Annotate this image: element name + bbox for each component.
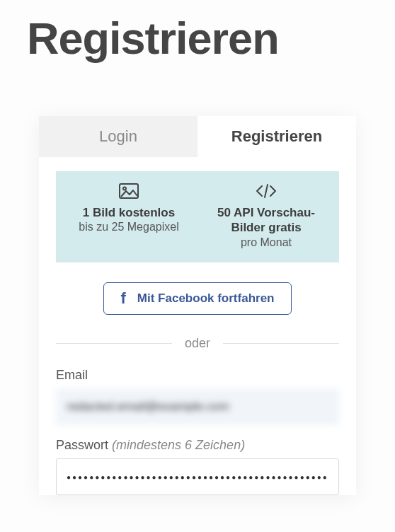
- email-field[interactable]: [56, 388, 339, 425]
- facebook-icon: f: [121, 291, 126, 306]
- divider-line-right: [223, 343, 339, 344]
- password-hint: (mindestens 6 Zeichen): [112, 438, 245, 452]
- password-field-block: Passwort (mindestens 6 Zeichen): [56, 438, 339, 495]
- code-icon: [255, 181, 277, 201]
- auth-card: Login Registrieren 1 Bild kostenlos bis …: [39, 116, 356, 495]
- promo-free-image-title: 1 Bild kostenlos: [79, 205, 179, 220]
- promo-api-sub: pro Monat: [236, 236, 296, 250]
- tab-login[interactable]: Login: [39, 116, 198, 157]
- password-field[interactable]: [56, 458, 339, 495]
- card-body: 1 Bild kostenlos bis zu 25 Megapixel 50 …: [39, 157, 356, 495]
- page-title: Registrieren: [0, 0, 395, 64]
- promo-api-title: 50 API Vorschau-Bilder gratis: [198, 205, 335, 236]
- email-label: Email: [56, 368, 339, 383]
- password-label-row: Passwort (mindestens 6 Zeichen): [56, 438, 339, 453]
- password-label: Passwort: [56, 438, 108, 452]
- facebook-continue-button[interactable]: f Mit Facebook fortfahren: [103, 282, 292, 315]
- tabs: Login Registrieren: [39, 116, 356, 157]
- image-icon: [119, 181, 139, 201]
- promo-banner: 1 Bild kostenlos bis zu 25 Megapixel 50 …: [56, 171, 339, 262]
- divider-label: oder: [185, 336, 210, 351]
- or-divider: oder: [56, 336, 339, 351]
- promo-api: 50 API Vorschau-Bilder gratis pro Monat: [198, 181, 335, 250]
- facebook-row: f Mit Facebook fortfahren: [56, 282, 339, 315]
- promo-free-image-sub: bis zu 25 Megapixel: [74, 220, 183, 235]
- promo-free-image: 1 Bild kostenlos bis zu 25 Megapixel: [60, 181, 198, 250]
- tab-register[interactable]: Registrieren: [198, 116, 356, 157]
- svg-line-2: [265, 185, 268, 197]
- divider-line-left: [56, 343, 172, 344]
- svg-point-1: [123, 187, 126, 190]
- facebook-button-label: Mit Facebook fortfahren: [137, 291, 275, 306]
- email-field-block: Email: [56, 368, 339, 425]
